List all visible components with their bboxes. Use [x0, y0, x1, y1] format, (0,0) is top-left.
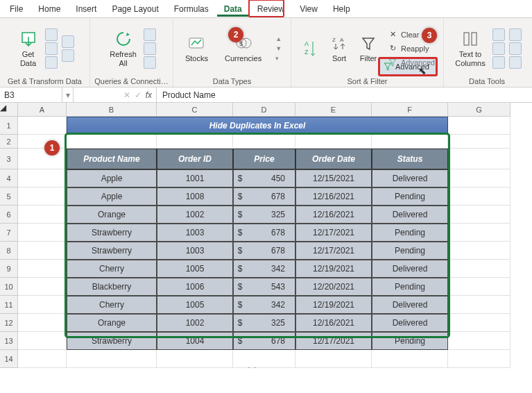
sort-az-button[interactable]: AZ — [298, 37, 323, 60]
refresh-all-button[interactable]: Refresh All — [107, 28, 139, 68]
cell[interactable] — [18, 149, 67, 169]
from-table-icon[interactable] — [45, 56, 58, 69]
cell[interactable] — [18, 206, 67, 224]
cell[interactable] — [448, 350, 510, 368]
row-header[interactable]: 4 — [0, 169, 18, 187]
row-header[interactable]: 5 — [0, 187, 18, 206]
existing-connections-icon[interactable] — [62, 49, 74, 62]
row-header[interactable]: 7 — [0, 224, 18, 242]
menu-home[interactable]: Home — [31, 1, 67, 17]
cell[interactable] — [448, 296, 510, 314]
sort-az-icon: AZ — [300, 39, 320, 58]
name-box[interactable]: B3 — [0, 87, 62, 102]
from-text-icon[interactable] — [45, 28, 58, 41]
flash-fill-icon[interactable] — [492, 28, 505, 41]
row-header[interactable]: 11 — [0, 296, 18, 314]
cell[interactable] — [18, 296, 67, 314]
edit-links-icon[interactable] — [144, 56, 156, 69]
menu-bar: File Home Insert Page Layout Formulas Da… — [0, 0, 532, 18]
col-header[interactable]: D — [233, 103, 295, 117]
row-header[interactable]: 9 — [0, 260, 18, 278]
cell[interactable] — [18, 187, 67, 206]
cell[interactable] — [18, 117, 67, 135]
consolidate-icon[interactable] — [509, 28, 522, 41]
row-header[interactable]: 8 — [0, 242, 18, 260]
cell[interactable] — [67, 350, 157, 368]
reapply-button[interactable]: ↻Reapply — [385, 42, 437, 55]
select-all-corner[interactable]: ◢ — [0, 103, 18, 117]
sort-button[interactable]: ZA Sort — [327, 32, 352, 64]
cell[interactable] — [18, 169, 67, 187]
row-header[interactable]: 2 — [0, 135, 18, 149]
fx-icon[interactable]: fx — [146, 90, 152, 100]
row-header[interactable]: 1 — [0, 117, 18, 135]
cell[interactable] — [18, 350, 67, 368]
manage-data-model-icon[interactable] — [509, 56, 522, 69]
group-label-sort-filter: Sort & Filter — [347, 76, 387, 85]
cell[interactable] — [448, 332, 510, 350]
row-header[interactable]: 12 — [0, 314, 18, 332]
col-header[interactable]: C — [157, 103, 233, 117]
cell[interactable] — [18, 224, 67, 242]
callout-step-2: 2 — [228, 27, 243, 42]
row-header[interactable]: 14 — [0, 350, 18, 368]
row-header[interactable]: 6 — [0, 206, 18, 224]
title-banner[interactable]: Hide Duplicates In Excel — [67, 117, 448, 135]
row-header[interactable]: 10 — [0, 278, 18, 296]
filter-button[interactable]: Filter — [356, 32, 381, 64]
cell[interactable] — [448, 224, 510, 242]
cell[interactable] — [372, 350, 448, 368]
cell[interactable] — [18, 242, 67, 260]
cell[interactable] — [448, 117, 510, 135]
cell[interactable] — [448, 278, 510, 296]
cell[interactable] — [295, 350, 372, 368]
properties-icon[interactable] — [144, 42, 156, 55]
col-header[interactable]: F — [372, 103, 448, 117]
menu-help[interactable]: Help — [326, 1, 357, 17]
relationships-icon[interactable] — [509, 42, 522, 55]
cell[interactable] — [18, 260, 67, 278]
menu-review[interactable]: Review — [250, 1, 291, 17]
col-header[interactable]: E — [295, 103, 372, 117]
menu-formulas[interactable]: Formulas — [167, 1, 216, 17]
enter-formula-icon[interactable]: ✓ — [135, 90, 141, 100]
cell[interactable] — [448, 149, 510, 169]
recent-sources-icon[interactable] — [62, 35, 74, 48]
col-header[interactable]: G — [448, 103, 510, 117]
col-header[interactable]: A — [18, 103, 67, 117]
stocks-icon — [187, 33, 206, 53]
menu-data[interactable]: Data — [217, 1, 249, 17]
stocks-button[interactable]: Stocks — [182, 32, 211, 64]
cell[interactable] — [18, 332, 67, 350]
row-header[interactable]: 3 — [0, 149, 18, 169]
menu-page-layout[interactable]: Page Layout — [105, 1, 165, 17]
menu-view[interactable]: View — [293, 1, 325, 17]
cell[interactable] — [448, 260, 510, 278]
watermark: exceldemy EXCEL · DATA · BI — [212, 366, 278, 368]
data-tools-small-2 — [509, 28, 522, 69]
row-header[interactable]: 13 — [0, 332, 18, 350]
cell[interactable] — [448, 242, 510, 260]
formula-bar[interactable]: Product Name — [157, 87, 532, 102]
selection-outline — [67, 135, 448, 336]
cell[interactable] — [18, 314, 67, 332]
cancel-formula-icon[interactable]: ✕ — [123, 90, 130, 100]
menu-insert[interactable]: Insert — [69, 1, 103, 17]
from-web-icon[interactable] — [45, 42, 58, 55]
text-to-columns-button[interactable]: Text to Columns — [452, 28, 488, 68]
data-types-scroll[interactable]: ▲ ▼ ▾ — [275, 35, 282, 62]
cell[interactable] — [18, 278, 67, 296]
queries-connections-icon[interactable] — [144, 28, 156, 41]
data-validation-icon[interactable] — [492, 56, 505, 69]
cell[interactable] — [448, 314, 510, 332]
get-data-button[interactable]: Get Data — [16, 28, 41, 68]
remove-duplicates-icon[interactable] — [492, 42, 505, 55]
cell[interactable] — [448, 169, 510, 187]
cell[interactable] — [448, 187, 510, 206]
advanced-button[interactable]: Advanced — [385, 56, 437, 69]
menu-file[interactable]: File — [3, 1, 30, 17]
col-header[interactable]: B — [67, 103, 157, 117]
cell[interactable] — [448, 135, 510, 149]
name-box-dropdown[interactable]: ▾ — [62, 87, 74, 102]
cell[interactable] — [448, 206, 510, 224]
